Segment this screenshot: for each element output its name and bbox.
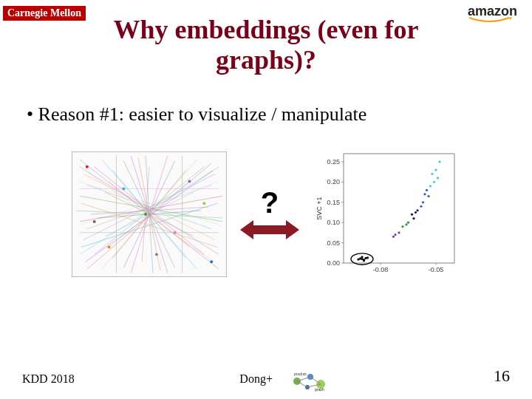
bullet-reason-1: Reason #1: easier to visualize / manipul…: [27, 103, 366, 126]
svg-text:SVC +1: SVC +1: [316, 197, 323, 219]
svg-text:product: product: [294, 372, 307, 376]
svg-point-83: [412, 217, 415, 219]
scatter-embedding-figure: 0.000.050.100.150.200.25-0.08-0.05SVC +1: [313, 148, 460, 281]
svg-point-41: [210, 260, 213, 263]
svg-text:0.15: 0.15: [327, 199, 340, 206]
svg-point-44: [108, 245, 111, 248]
figure-row: ? 0.000.050.100.150.200.25-0.08-0.05SVC …: [44, 140, 488, 288]
svg-point-43: [188, 180, 191, 183]
svg-point-48: [202, 202, 205, 205]
svg-point-80: [416, 209, 418, 211]
svg-point-85: [405, 223, 407, 225]
graph-hairball-figure: [72, 151, 227, 277]
slide-title: Why embeddings (even for graphs)?: [0, 15, 532, 76]
svg-point-71: [431, 173, 433, 175]
svg-point-47: [93, 220, 96, 223]
svg-marker-50: [240, 220, 299, 239]
svg-text:0.25: 0.25: [327, 158, 340, 166]
svg-point-81: [415, 211, 417, 214]
footer-venue: KDD 2018: [22, 372, 75, 386]
double-arrow-icon: [240, 219, 299, 241]
svg-point-84: [407, 222, 409, 224]
footer-author: Dong+: [239, 372, 273, 386]
svg-text:0.05: 0.05: [327, 239, 340, 247]
svg-point-75: [426, 189, 428, 191]
svg-point-87: [398, 231, 400, 233]
arrow-column: ?: [240, 188, 299, 241]
svg-text:-0.08: -0.08: [373, 266, 389, 273]
svg-point-45: [174, 231, 177, 234]
svg-point-95: [357, 258, 359, 260]
svg-text:0.10: 0.10: [327, 219, 340, 226]
svg-point-86: [401, 225, 403, 228]
product-graph-logo: product graph: [288, 371, 332, 392]
svg-point-42: [144, 213, 147, 216]
svg-point-79: [420, 205, 422, 208]
svg-point-46: [122, 187, 125, 190]
svg-text:0.00: 0.00: [327, 259, 340, 267]
svg-rect-51: [344, 154, 454, 263]
svg-point-94: [366, 256, 369, 259]
svg-point-89: [392, 236, 395, 238]
svg-point-76: [423, 193, 426, 195]
svg-point-77: [427, 195, 429, 197]
svg-text:0.20: 0.20: [327, 178, 340, 185]
question-mark-icon: ?: [261, 188, 279, 217]
svg-point-74: [429, 185, 432, 187]
svg-point-72: [437, 177, 439, 179]
svg-point-49: [155, 253, 158, 256]
svg-text:-0.05: -0.05: [429, 266, 444, 273]
svg-point-78: [422, 201, 424, 203]
svg-point-73: [433, 181, 435, 183]
svg-point-96: [361, 256, 363, 258]
svg-point-70: [434, 168, 437, 171]
svg-point-88: [394, 233, 396, 236]
svg-point-82: [411, 214, 413, 216]
svg-point-40: [86, 166, 89, 168]
svg-point-69: [438, 160, 440, 163]
svg-text:graph: graph: [315, 387, 324, 392]
svg-point-97: [363, 259, 365, 262]
page-number: 16: [494, 366, 510, 386]
